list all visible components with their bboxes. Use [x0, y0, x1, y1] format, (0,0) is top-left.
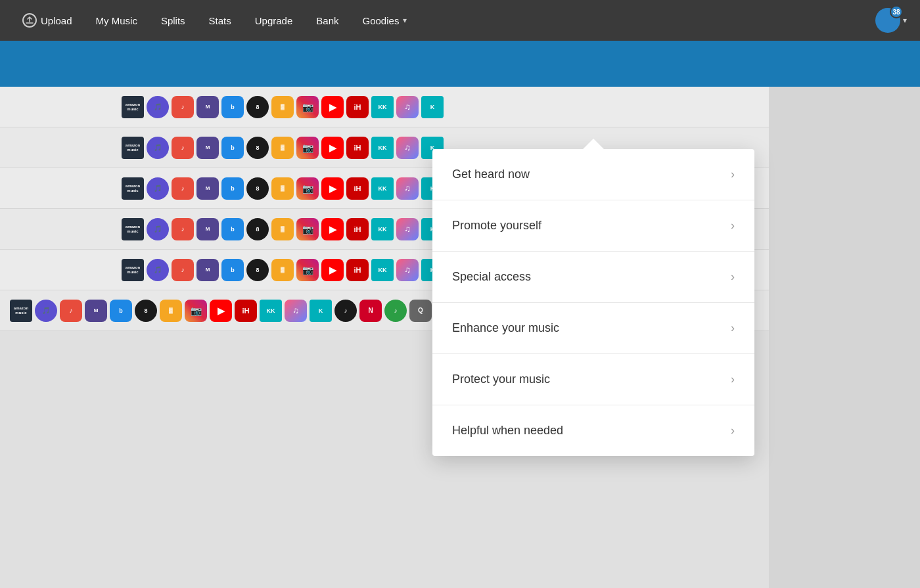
netease-icon: N	[359, 300, 382, 322]
distro-icon: 🎵	[35, 300, 57, 322]
protect-your-music-item[interactable]: Protect your music ›	[432, 354, 754, 405]
goodies-chevron-icon: ▾	[403, 16, 407, 25]
audiomack-icon: ▓	[271, 259, 294, 281]
stats-nav-item[interactable]: Stats	[200, 10, 241, 32]
instagram-icon: 📷	[296, 137, 319, 159]
helpful-when-needed-item[interactable]: Helpful when needed ›	[432, 405, 754, 456]
amazon-music-icon: amazonmusic	[122, 96, 144, 118]
iheart-icon: iH	[346, 96, 369, 118]
mixcloud-icon: M	[196, 218, 219, 240]
qobuz-icon: Q	[409, 300, 432, 322]
upgrade-nav-item[interactable]: Upgrade	[246, 10, 302, 32]
avatar-chevron-icon: ▾	[903, 16, 907, 25]
bookbeat-icon: b	[110, 300, 132, 322]
instagram-icon: 📷	[296, 259, 319, 281]
music-note-icon: ♪	[172, 137, 194, 159]
distro-icon: 🎵	[147, 96, 169, 118]
distro-icon: 🎵	[147, 259, 169, 281]
page-wrapper: Upload My Music Splits Stats Upgrade Ban…	[0, 0, 920, 588]
amazon-music-icon: amazonmusic	[122, 218, 144, 240]
audiomack-icon: ▓	[160, 300, 182, 322]
kkbox-icon: KK	[260, 300, 282, 322]
music-note-icon: ♪	[172, 218, 194, 240]
iheart-icon: iH	[235, 300, 257, 322]
navbar: Upload My Music Splits Stats Upgrade Ban…	[0, 0, 920, 41]
instagram-icon: 📷	[296, 177, 319, 200]
chevron-right-icon: ›	[731, 219, 735, 233]
audiomack-icon: ▓	[271, 177, 294, 200]
kkbox-icon: KK	[371, 96, 394, 118]
chevron-right-icon: ›	[731, 270, 735, 284]
beatport-icon: 8	[135, 300, 157, 322]
music-note-icon: ♪	[172, 96, 194, 118]
chevron-right-icon: ›	[731, 168, 735, 181]
get-heard-now-item[interactable]: Get heard now ›	[432, 149, 754, 200]
kkbox-icon: KK	[371, 259, 394, 281]
audiomack-icon: ▓	[271, 96, 294, 118]
mixcloud-icon: M	[196, 259, 219, 281]
kkbox-icon: KK	[371, 218, 394, 240]
beatport-icon: 8	[246, 259, 269, 281]
audiomack-icon: ▓	[271, 218, 294, 240]
bookbeat-icon: b	[221, 218, 244, 240]
mixcloud-icon: M	[85, 300, 107, 322]
mixcloud-icon: M	[196, 96, 219, 118]
bookbeat-icon: b	[221, 259, 244, 281]
notification-badge: 38	[890, 5, 903, 18]
kkbox-icon: KK	[371, 137, 394, 159]
apple-music-icon: ♫	[396, 259, 419, 281]
instagram-icon: 📷	[185, 300, 207, 322]
youtube-icon: ▶	[210, 300, 232, 322]
enhance-your-music-item[interactable]: Enhance your music ›	[432, 303, 754, 354]
amazon-music-icon: amazonmusic	[122, 177, 144, 200]
splits-nav-item[interactable]: Splits	[152, 10, 195, 32]
mixcloud-icon: M	[196, 137, 219, 159]
apple-music-icon: ♫	[285, 300, 307, 322]
my-music-nav-item[interactable]: My Music	[87, 10, 147, 32]
distro-icon: 🎵	[147, 137, 169, 159]
content-area: amazonmusic 🎵 ♪ M b 8 ▓ 📷 ▶ iH KK ♫ K am…	[0, 87, 920, 588]
kkbox-icon: KK	[371, 177, 394, 200]
kkbox2-icon: K	[421, 96, 444, 118]
youtube-icon: ▶	[321, 137, 344, 159]
upload-nav-item[interactable]: Upload	[13, 8, 81, 33]
apple-music-icon: ♫	[396, 218, 419, 240]
goodies-dropdown: Get heard now › Promote yourself › Speci…	[432, 149, 754, 456]
beatport-icon: 8	[246, 137, 269, 159]
bank-nav-item[interactable]: Bank	[307, 10, 348, 32]
chevron-right-icon: ›	[731, 321, 735, 335]
kkbox2-icon: K	[310, 300, 332, 322]
bookbeat-icon: b	[221, 177, 244, 200]
youtube-icon: ▶	[321, 177, 344, 200]
iheart-icon: iH	[346, 218, 369, 240]
music-note-icon: ♪	[172, 177, 194, 200]
anghami-icon: ♪	[384, 300, 407, 322]
top-banner	[0, 41, 920, 87]
iheart-icon: iH	[346, 137, 369, 159]
upload-icon	[22, 13, 37, 28]
amazon-music-icon: amazonmusic	[122, 137, 144, 159]
distro-icon: 🎵	[147, 177, 169, 200]
youtube-icon: ▶	[321, 96, 344, 118]
youtube-icon: ▶	[321, 218, 344, 240]
apple-music-icon: ♫	[396, 96, 419, 118]
bookbeat-icon: b	[221, 96, 244, 118]
promote-yourself-item[interactable]: Promote yourself ›	[432, 200, 754, 252]
iheart-icon: iH	[346, 177, 369, 200]
chevron-right-icon: ›	[731, 373, 735, 386]
goodies-nav-item[interactable]: Goodies ▾	[354, 10, 417, 32]
mixcloud-icon: M	[196, 177, 219, 200]
bookbeat-icon: b	[221, 137, 244, 159]
right-panel	[769, 87, 920, 588]
special-access-item[interactable]: Special access ›	[432, 252, 754, 303]
youtube-icon: ▶	[321, 259, 344, 281]
amazon-music-icon: amazonmusic	[10, 300, 32, 322]
user-avatar[interactable]: 38	[875, 8, 900, 33]
apple-music-icon: ♫	[396, 137, 419, 159]
beatport-icon: 8	[246, 218, 269, 240]
beatport-icon: 8	[246, 96, 269, 118]
tiktok-icon: ♪	[334, 300, 357, 322]
dropdown-arrow	[583, 139, 604, 149]
apple-music-icon: ♫	[396, 177, 419, 200]
chevron-right-icon: ›	[731, 424, 735, 438]
